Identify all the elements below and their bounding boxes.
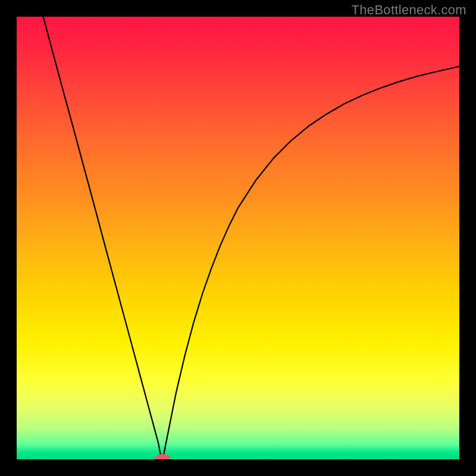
watermark-text: TheBottleneck.com bbox=[352, 2, 466, 18]
chart-frame: TheBottleneck.com bbox=[0, 0, 476, 476]
chart-svg bbox=[17, 17, 459, 459]
plot-area bbox=[17, 17, 459, 459]
